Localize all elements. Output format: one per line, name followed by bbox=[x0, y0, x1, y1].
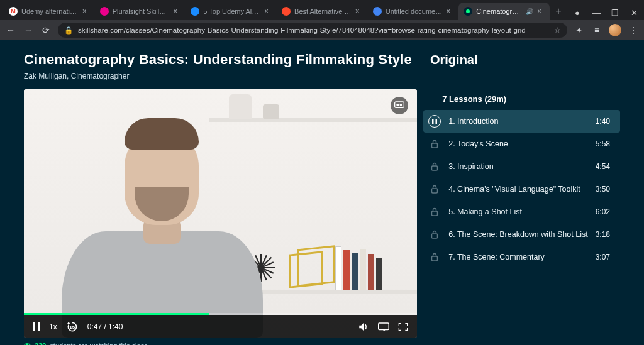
browser-tab[interactable]: 5 Top Udemy Alternatives – … × bbox=[186, 3, 277, 20]
lesson-item[interactable]: 3. Inspiration 4:54 bbox=[423, 155, 620, 178]
browser-tab[interactable]: Best Alternative to Udemy f… × bbox=[277, 3, 368, 20]
tab-label: Best Alternative to Udemy f… bbox=[294, 8, 352, 15]
close-icon[interactable]: × bbox=[446, 7, 453, 16]
browser-toolbar: ← → ⟳ 🔒 skillshare.com/classes/Cinematog… bbox=[0, 20, 644, 40]
lesson-item[interactable]: 6. The Scene: Breakdown with Shot List 3… bbox=[423, 223, 620, 246]
browser-tab[interactable]: Pluralsight Skills Reviews 2… × bbox=[95, 3, 186, 20]
forward-icon[interactable]: → bbox=[23, 25, 34, 35]
new-tab-button[interactable]: + bbox=[550, 3, 567, 20]
site-icon bbox=[191, 7, 199, 16]
url-text: skillshare.com/classes/Cinematography-Ba… bbox=[78, 26, 549, 34]
rewind-15-button[interactable]: 15 bbox=[66, 320, 79, 333]
subtitles-button[interactable] bbox=[378, 322, 389, 331]
captions-icon bbox=[394, 101, 404, 110]
svg-rect-13 bbox=[379, 323, 389, 330]
close-icon[interactable]: × bbox=[173, 7, 180, 16]
lock-icon bbox=[428, 160, 441, 173]
close-icon[interactable]: × bbox=[82, 7, 90, 16]
browser-tab[interactable]: Untitled document - Googl… × bbox=[368, 3, 459, 20]
lesson-list-header: 7 Lessons (29m) bbox=[423, 90, 620, 110]
svg-rect-12 bbox=[38, 322, 40, 331]
browser-tab[interactable]: Udemy alternative - anirban × bbox=[4, 3, 95, 20]
lesson-item[interactable]: 7. The Scene: Commentary 3:07 bbox=[423, 246, 620, 268]
lock-icon bbox=[428, 228, 441, 241]
time-display: 0:47 / 1:40 bbox=[87, 322, 123, 331]
lesson-title: 7. The Scene: Commentary bbox=[448, 253, 587, 261]
svg-rect-20 bbox=[432, 234, 438, 238]
captions-badge[interactable] bbox=[391, 97, 408, 114]
svg-rect-19 bbox=[432, 211, 438, 216]
fullscreen-button[interactable] bbox=[398, 322, 408, 331]
course-header: Cinematography Basics: Understanding Fil… bbox=[24, 52, 620, 68]
svg-rect-16 bbox=[432, 143, 438, 148]
window-controls: ● ― ❐ ✕ bbox=[567, 8, 644, 20]
lesson-list: 7 Lessons (29m) 1. Introduction 1:40 2. … bbox=[423, 89, 620, 338]
reading-list-icon[interactable]: ≡ bbox=[591, 25, 602, 35]
video-frame bbox=[24, 89, 417, 338]
tab-label: 5 Top Udemy Alternatives – … bbox=[203, 8, 260, 15]
close-icon[interactable]: × bbox=[537, 7, 545, 16]
page-content: Cinematography Basics: Understanding Fil… bbox=[0, 40, 644, 345]
extensions-icon[interactable]: ✦ bbox=[574, 25, 585, 35]
lesson-title: 1. Introduction bbox=[448, 117, 587, 126]
playing-icon bbox=[428, 115, 441, 128]
tab-label: Pluralsight Skills Reviews 2… bbox=[113, 8, 170, 15]
svg-rect-15 bbox=[436, 119, 438, 124]
svg-rect-11 bbox=[33, 322, 35, 331]
content-row: 1x 15 0:47 / 1:40 7 Lessons (29m) 1. Int… bbox=[24, 89, 620, 338]
course-title: Cinematography Basics: Understanding Fil… bbox=[24, 52, 412, 68]
watching-count: 239 bbox=[35, 342, 46, 345]
lesson-duration: 3:07 bbox=[596, 253, 610, 261]
playback-speed[interactable]: 1x bbox=[49, 322, 57, 331]
svg-rect-18 bbox=[432, 189, 438, 193]
lesson-title: 3. Inspiration bbox=[448, 162, 587, 171]
lesson-duration: 6:02 bbox=[596, 207, 610, 216]
lesson-item[interactable]: 2. Today's Scene 5:58 bbox=[423, 133, 620, 155]
svg-rect-10 bbox=[400, 104, 402, 106]
tab-label: Untitled document - Googl… bbox=[386, 8, 443, 15]
audio-icon[interactable]: 🔊 bbox=[526, 8, 533, 15]
g2-icon bbox=[282, 7, 291, 16]
volume-button[interactable] bbox=[358, 322, 369, 332]
video-controls: 1x 15 0:47 / 1:40 bbox=[24, 315, 417, 338]
eye-icon: 👁 bbox=[24, 342, 31, 345]
lesson-item-active[interactable]: 1. Introduction 1:40 bbox=[423, 110, 620, 133]
close-icon[interactable]: × bbox=[355, 7, 363, 16]
google-docs-icon bbox=[373, 7, 382, 16]
browser-tabstrip: Udemy alternative - anirban × Pluralsigh… bbox=[0, 0, 644, 20]
lesson-title: 2. Today's Scene bbox=[448, 140, 587, 148]
address-bar[interactable]: 🔒 skillshare.com/classes/Cinematography-… bbox=[58, 23, 567, 38]
kebab-menu-icon[interactable]: ⋮ bbox=[628, 25, 639, 35]
lesson-title: 5. Making a Shot List bbox=[448, 207, 587, 216]
close-window-icon[interactable]: ✕ bbox=[630, 8, 638, 18]
lesson-duration: 4:54 bbox=[596, 162, 610, 171]
lesson-title: 4. Cinema's "Visual Language" Toolkit bbox=[448, 185, 587, 194]
lesson-duration: 3:18 bbox=[596, 230, 610, 239]
svg-rect-21 bbox=[432, 256, 438, 261]
skillshare-icon bbox=[464, 7, 472, 16]
course-author[interactable]: Zak Mulligan, Cinematographer bbox=[24, 72, 620, 80]
lesson-item[interactable]: 5. Making a Shot List 6:02 bbox=[423, 200, 620, 223]
close-icon[interactable]: × bbox=[264, 7, 272, 16]
dash-icon: ● bbox=[574, 8, 581, 18]
lesson-item[interactable]: 4. Cinema's "Visual Language" Toolkit 3:… bbox=[423, 178, 620, 200]
browser-tab-active[interactable]: Cinematography Basics… 🔊 × bbox=[458, 3, 550, 20]
svg-rect-9 bbox=[397, 104, 399, 106]
divider bbox=[421, 53, 421, 67]
reload-icon[interactable]: ⟳ bbox=[40, 25, 52, 35]
profile-avatar[interactable] bbox=[609, 24, 621, 36]
lesson-duration: 3:50 bbox=[596, 185, 610, 194]
maximize-icon[interactable]: ❐ bbox=[611, 8, 619, 18]
gmail-icon bbox=[9, 7, 18, 16]
lesson-duration: 5:58 bbox=[596, 140, 610, 148]
lock-icon bbox=[428, 138, 441, 150]
watching-banner: 👁 239 students are watching this class bbox=[24, 342, 620, 345]
lock-icon bbox=[428, 183, 441, 195]
svg-rect-14 bbox=[432, 119, 434, 124]
star-icon[interactable]: ☆ bbox=[554, 26, 561, 35]
pause-button[interactable] bbox=[33, 322, 40, 331]
minimize-icon[interactable]: ― bbox=[592, 8, 600, 18]
tab-label: Cinematography Basics… bbox=[476, 8, 522, 15]
video-player[interactable]: 1x 15 0:47 / 1:40 bbox=[24, 89, 417, 338]
back-icon[interactable]: ← bbox=[5, 25, 16, 35]
